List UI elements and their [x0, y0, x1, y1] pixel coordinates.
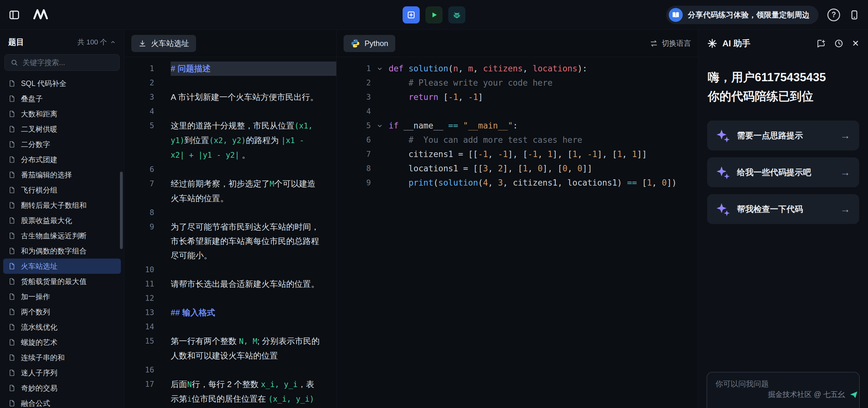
line-number: 2 [337, 76, 371, 90]
sidebar-item[interactable]: 叠盘子 [3, 91, 121, 106]
document-icon [8, 339, 16, 346]
ai-suggestion-card[interactable]: 帮我检查一下代码→ [707, 194, 859, 224]
line-number: 3 [124, 90, 171, 104]
sidebar-item[interactable]: 番茄编辑的选择 [3, 167, 121, 182]
fold-chevron-icon[interactable] [371, 62, 389, 76]
sidebar-item-label: 番茄编辑的选择 [21, 170, 72, 180]
sidebar-item[interactable]: SQL 代码补全 [3, 76, 121, 91]
add-button[interactable] [403, 6, 420, 24]
problem-line: 10 [124, 263, 336, 277]
sidebar-item[interactable]: 大数和距离 [3, 106, 121, 122]
send-icon[interactable] [849, 390, 859, 400]
sidebar-header: 题目 共 100 个 [8, 37, 116, 47]
code-line: 8 locations1 = [[3, 2], [1, 0], [0, 0]] [337, 161, 698, 176]
sidebar-item-label: 飞行棋分组 [21, 185, 57, 195]
logo[interactable] [32, 8, 52, 22]
ai-greeting: 嗨，用户61175435435 你的代码陪练已到位 [708, 68, 859, 106]
new-chat-icon[interactable] [816, 39, 826, 48]
plus-square-icon [407, 10, 415, 19]
problem-editor[interactable]: 1# 问题描述2 3A 市计划新建一个火车站方便市民出行。4 5这里的道路十分规… [124, 57, 336, 408]
debug-button[interactable] [448, 6, 465, 24]
line-number: 5 [124, 119, 171, 133]
sidebar-item-label: 螺旋的艺术 [21, 338, 57, 347]
code-line: 3 return [-1, -1] [337, 90, 698, 104]
sidebar-item[interactable]: 融合公式 [3, 396, 121, 408]
sidebar-item[interactable]: 流水线优化 [3, 319, 121, 335]
sidebar-item-label: 流水线优化 [21, 322, 57, 332]
sidebar-item[interactable]: 迷人子序列 [3, 365, 121, 380]
close-icon[interactable]: ✕ [852, 39, 859, 48]
code-editor[interactable]: 1def solution(n, m, citizens, locations)… [337, 57, 698, 408]
document-icon [8, 262, 16, 270]
run-button[interactable] [426, 6, 442, 24]
sidebar-item[interactable]: 分布式团建 [3, 152, 121, 167]
problem-tab[interactable]: 火车站选址 [131, 35, 196, 52]
switch-language-button[interactable]: 切换语言 [650, 38, 691, 48]
sidebar-item[interactable]: 二分数字 [3, 137, 121, 152]
topbar: 分享代码练习体验，领限量定制周边 ? [0, 0, 868, 30]
problem-line: 8 [124, 206, 336, 220]
ai-suggestion-card[interactable]: 给我一些代码提示吧→ [707, 157, 859, 187]
code-line: 5if __name__ == "__main__": [337, 119, 698, 133]
document-icon [8, 354, 16, 362]
search-box[interactable] [4, 54, 120, 71]
sidebar-item[interactable]: 两个数列 [3, 304, 121, 319]
line-number: 9 [124, 220, 171, 234]
problem-count: 共 100 个 [78, 37, 107, 47]
sidebar-item[interactable]: 火车站选址 [3, 258, 121, 274]
line-number: 6 [124, 162, 171, 177]
line-number: 12 [124, 291, 171, 306]
document-icon [8, 369, 16, 377]
line-number: 14 [124, 320, 171, 334]
sidebar: 题目 共 100 个 SQL 代码补全叠盘子大数和距离二叉树供暖二分数字分布式团… [0, 30, 124, 408]
problem-line: 5这里的道路十分规整，市民从位置(x1, y1)到位置(x2, y2)的路程为 … [124, 119, 336, 162]
problem-line-text [171, 162, 336, 177]
problem-line-text: 为了尽可能节省市民到达火车站的时间，市长希望新建的车站离每位市民的总路程尽可能小… [171, 220, 336, 263]
problem-line-text [171, 206, 336, 220]
sidebar-item[interactable]: 古生物血缘远近判断 [3, 228, 121, 243]
sidebar-item[interactable]: 和为偶数的数字组合 [3, 243, 121, 258]
sidebar-item[interactable]: 连续子串的和 [3, 350, 121, 365]
sidebar-item[interactable]: 货船载货量的最大值 [3, 274, 121, 289]
document-icon [8, 186, 16, 194]
chevron-up-icon[interactable] [110, 39, 116, 45]
promo-banner[interactable]: 分享代码练习体验，领限量定制周边 [666, 6, 818, 24]
sidebar-item[interactable]: 奇妙的交易 [3, 380, 121, 396]
fold-gutter [371, 147, 389, 161]
document-icon [8, 201, 16, 209]
help-icon[interactable]: ? [827, 8, 840, 21]
sidebar-item[interactable]: 二叉树供暖 [3, 122, 121, 137]
problem-list: SQL 代码补全叠盘子大数和距离二叉树供暖二分数字分布式团建番茄编辑的选择飞行棋… [0, 76, 124, 408]
ai-panel: AI 助手 ✕ 嗨，用户61175435435 你的代码陪练已到位 需要一点思路… [698, 30, 868, 408]
watermark-text: 掘金技术社区 @ 七五幺 [768, 389, 845, 400]
sidebar-item[interactable]: 股票收益最大化 [3, 213, 121, 228]
search-input[interactable] [23, 58, 114, 67]
bug-icon [453, 10, 461, 19]
problem-line-text [171, 263, 336, 277]
promo-text: 分享代码练习体验，领限量定制周边 [688, 10, 810, 20]
sidebar-item-label: 和为偶数的数字组合 [21, 246, 87, 256]
fold-chevron-icon[interactable] [371, 119, 389, 133]
problem-line: 4 [124, 104, 336, 119]
sidebar-toggle-button[interactable] [8, 9, 20, 21]
sidebar-item[interactable]: 加一操作 [3, 289, 121, 304]
sidebar-item[interactable]: 螺旋的艺术 [3, 335, 121, 350]
language-tab[interactable]: Python [344, 35, 395, 52]
play-icon [430, 11, 438, 19]
sidebar-item[interactable]: 翻转后最大子数组和 [3, 198, 121, 213]
mobile-icon[interactable] [849, 9, 860, 20]
problem-line-text: 第一行有两个整数 N, M; 分别表示市民的人数和可以建设火车站的位置 [171, 334, 336, 363]
problem-line: 16 [124, 363, 336, 377]
line-number: 8 [337, 161, 371, 176]
history-icon[interactable] [834, 39, 844, 48]
fold-gutter [371, 133, 389, 147]
sidebar-item[interactable]: 飞行棋分组 [3, 182, 121, 198]
sparkle-gradient-icon [716, 202, 730, 216]
sidebar-scrollbar[interactable] [120, 171, 123, 249]
sidebar-item-label: 迷人子序列 [21, 368, 57, 378]
line-number: 5 [337, 119, 371, 133]
problem-line: 15第一行有两个整数 N, M; 分别表示市民的人数和可以建设火车站的位置 [124, 334, 336, 363]
document-icon [8, 278, 16, 285]
ai-suggestion-card[interactable]: 需要一点思路提示→ [707, 121, 859, 150]
problem-line: 17后面N行，每行 2 个整数 x_i, y_i，表示第i位市民的居住位置在 (… [124, 377, 336, 406]
